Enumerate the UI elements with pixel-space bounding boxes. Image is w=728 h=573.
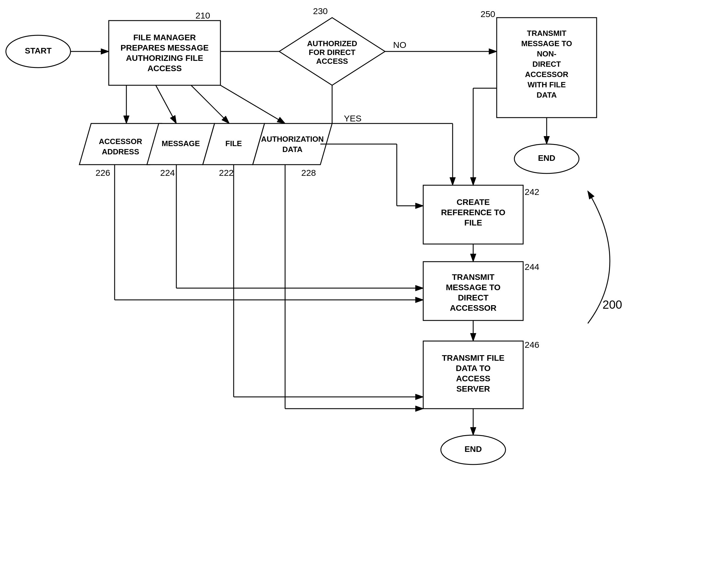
transmit-nondirect-line2: MESSAGE TO: [521, 39, 572, 48]
create-ref-line3: FILE: [464, 218, 482, 227]
label-222: 222: [219, 168, 234, 177]
file-manager-line4: ACCESS: [148, 64, 182, 73]
start-label: START: [25, 46, 51, 55]
transmit-nondirect-line5: ACCESSOR: [525, 70, 568, 79]
auth-diamond-line3: ACCESS: [316, 57, 348, 65]
message-label: MESSAGE: [162, 139, 200, 148]
accessor-addr-line2: ADDRESS: [102, 147, 139, 156]
end-bottom-label: END: [464, 445, 482, 454]
transmit-direct-line3: DIRECT: [458, 293, 489, 302]
svg-marker-17: [253, 123, 332, 165]
transmit-direct-line2: MESSAGE TO: [446, 283, 501, 292]
transmit-filedata-line1: TRANSMIT FILE: [442, 353, 504, 363]
accessor-addr-line1: ACCESSOR: [99, 137, 142, 146]
end-top-label: END: [538, 153, 555, 163]
transmit-nondirect-line1: TRANSMIT: [527, 29, 566, 38]
auth-data-line1: AUTHORIZATION: [261, 135, 324, 144]
flowchart-diagram: START FILE MANAGER PREPARES MESSAGE AUTH…: [0, 0, 728, 573]
transmit-direct-line4: ACCESSOR: [450, 303, 497, 313]
label-250: 250: [481, 9, 495, 19]
svg-rect-0: [0, 0, 728, 573]
auth-data-line2: DATA: [282, 145, 303, 154]
no-label: NO: [393, 40, 406, 50]
transmit-nondirect-line6: WITH FILE: [527, 80, 566, 89]
label-210: 210: [195, 11, 210, 20]
transmit-nondirect-line4: DIRECT: [533, 60, 561, 68]
transmit-filedata-line4: SERVER: [456, 384, 490, 394]
label-224: 224: [160, 168, 175, 177]
svg-rect-3: [109, 20, 220, 85]
auth-diamond-line2: FOR DIRECT: [309, 48, 356, 57]
file-manager-line2: PREPARES MESSAGE: [120, 43, 209, 52]
label-200: 200: [603, 298, 622, 311]
label-226: 226: [96, 168, 110, 177]
label-228: 228: [301, 168, 316, 177]
create-ref-line1: CREATE: [456, 198, 490, 207]
label-230: 230: [313, 6, 328, 16]
transmit-nondirect-line7: DATA: [537, 91, 557, 99]
transmit-direct-line1: TRANSMIT: [452, 272, 495, 282]
label-246: 246: [524, 340, 539, 350]
create-ref-line2: REFERENCE TO: [441, 208, 506, 217]
file-manager-line3: AUTHORIZING FILE: [126, 53, 204, 63]
transmit-nondirect-line3: NON-: [537, 49, 556, 58]
auth-diamond-line1: AUTHORIZED: [307, 39, 357, 48]
transmit-filedata-line3: ACCESS: [456, 374, 491, 383]
transmit-filedata-line2: DATA TO: [456, 364, 491, 373]
yes-label: YES: [344, 113, 361, 123]
label-244: 244: [524, 262, 539, 272]
file-manager-line1: FILE MANAGER: [133, 33, 196, 42]
file-label: FILE: [225, 139, 242, 148]
label-242: 242: [524, 187, 539, 197]
